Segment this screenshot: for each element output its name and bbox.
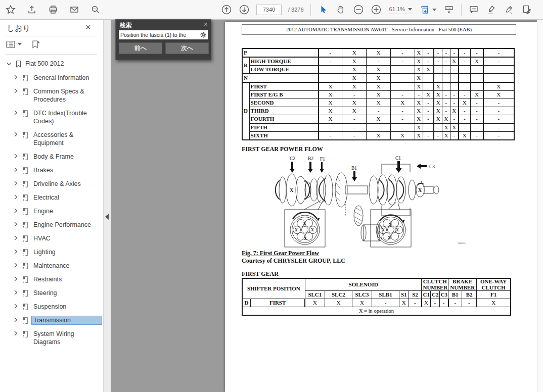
shifter-gear-cell: D [242,299,251,307]
zoom-in-button[interactable] [371,4,382,15]
favorites-star-icon[interactable] [5,4,16,15]
sidebar-item-engine-performance[interactable]: Engine Performance [0,221,103,229]
gear-table-row: THIRDXX--X-X-X--- [242,107,514,115]
search-prev-button[interactable]: 前へ [119,42,162,54]
gear-letter-cell: N [242,74,319,82]
gear-letter-cell: D [242,82,249,140]
gear-mark-cell [423,82,434,91]
chevron-down-icon [432,9,436,11]
gear-mark-cell: X [459,99,471,107]
search-input[interactable] [119,30,200,39]
sidebar-item-lighting[interactable]: Lighting [0,248,103,256]
close-icon[interactable]: × [85,23,91,32]
column-header: C3 [439,291,448,299]
svg-text:X: X [396,228,399,232]
gear-sub-cell: SIXTH [249,132,319,140]
page-number-input[interactable] [256,5,282,15]
share-upload-icon[interactable] [26,4,37,15]
sidebar-item-hvac[interactable]: HVAC [0,234,103,242]
fit-page-button[interactable] [420,4,437,15]
operation-mark-cell: - [462,299,477,307]
search-next-button[interactable]: 次へ [165,42,209,54]
first-gear-table: SHIFTER POSITIONSOLENOIDCLUTCH NUMBERBRA… [242,278,511,316]
gear-mark-cell: X [319,107,342,115]
gear-mark-cell: X [367,66,390,74]
gear-mark-cell: X [415,57,423,66]
gear-mark-cell: - [459,107,471,115]
diagram-label-c2: C2 [290,156,295,161]
gear-mark-cell [459,82,471,91]
gear-mark-cell: - [367,123,390,132]
gear-sub-cell: LOW TORQUE [249,66,319,74]
gear-mark-cell: - [459,115,471,124]
sidebar-item-general-information[interactable]: General Information [0,74,103,82]
gear-table-row: DFIRSTXXXXXX [242,82,514,91]
bookmark-item-icon [21,167,29,174]
gear-mark-cell: X [450,123,458,132]
zoom-level-select[interactable]: 61.1% [388,5,413,14]
page-up-button[interactable] [221,4,232,15]
sidebar-item-transmission[interactable]: Transmission [0,316,103,324]
sidebar-item-accessories-equipment[interactable]: Accessories & Equipment [0,131,103,147]
gear-mark-cell: - [459,57,471,66]
sidebar-item-maintenance[interactable]: Maintenance [0,262,103,270]
sidebar-item-brakes[interactable]: Brakes [0,166,103,174]
bookmark-item-icon [21,262,29,270]
comment-tool-button[interactable] [468,4,479,15]
select-tool-button[interactable] [318,4,329,15]
print-icon[interactable] [48,4,59,15]
gear-mark-cell: X [319,115,342,124]
courtesy-line: Courtesy of CHRYSLER GROUP, LLC [242,257,345,265]
zoom-out-button[interactable] [353,4,364,15]
gear-mark-cell: - [390,123,415,132]
gear-mark-cell [450,82,458,91]
gear-mark-cell: X [390,99,415,107]
bookmark-root-fiat-500-2012[interactable]: Fiat 500 2012 [0,57,103,71]
sidebar-item-steering[interactable]: Steering [0,289,103,297]
email-icon[interactable] [69,4,80,15]
column-group-header: BRAKE NUMBER [448,278,477,291]
hand-tool-button[interactable] [335,4,346,15]
column-header: SLC3 [352,291,372,299]
sidebar-item-driveline-axles[interactable]: Driveline & Axles [0,180,103,188]
sidebar-item-common-specs-procedures[interactable]: Common Specs & Procedures [0,87,103,104]
gear-mark-cell: - [459,91,471,99]
sidebar-item-system-wiring-diagrams[interactable]: System Wiring Diagrams [0,330,103,346]
fill-sign-button[interactable] [504,4,515,15]
bookmark-item-icon [21,330,29,338]
gear-mark-cell: X [459,132,471,140]
sidebar-item-label: Common Specs & Procedures [32,87,102,104]
gear-table-row: SECONDXXXXX-X--X-- [242,99,514,107]
sidebar-item-dtc-index-trouble-codes[interactable]: DTC Index(Trouble Codes) [0,109,103,125]
sidebar-item-restraints[interactable]: Restraints [0,275,103,283]
sidebar-item-label: Brakes [32,166,102,174]
highlight-tool-button[interactable] [486,4,497,15]
chevron-right-icon [13,153,18,159]
sidebar-item-electrical[interactable]: Electrical [0,193,103,202]
sidebar-item-label: Restraints [32,275,102,283]
vertical-scrollbar[interactable] [537,19,543,392]
edit-pdf-button[interactable] [521,4,532,15]
gear-mark-cell: - [390,66,415,74]
sidebar-item-body-frame[interactable]: Body & Frame [0,153,103,161]
gear-mark-cell: - [450,91,458,99]
new-bookmark-button[interactable] [31,40,41,48]
sidebar-item-engine[interactable]: Engine [0,207,103,215]
collapse-panel-icon[interactable] [105,214,109,220]
zoom-level-value: 61.1% [389,6,405,12]
legend-cell: X = in operation [242,307,511,316]
search-icon[interactable] [90,4,101,15]
gear-mark-cell: X [483,82,514,91]
document-viewport: 2012 AUTOMATIC TRANSMISSION AW60T - Serv… [111,19,537,392]
search-options-gear-icon[interactable] [200,31,207,38]
gear-mark-cell: X [342,57,367,66]
close-icon[interactable]: × [204,20,208,28]
bookmark-options-button[interactable] [6,40,22,48]
sidebar-item-suspension[interactable]: Suspension [0,303,103,311]
toolbar-toggle-button[interactable] [443,4,455,15]
gear-mark-cell: - [367,57,390,66]
diagram-label-c3: C3 [429,164,435,169]
page-down-button[interactable] [239,4,250,15]
gear-mark-cell: - [390,91,415,99]
gear-mark-cell: - [459,123,471,132]
